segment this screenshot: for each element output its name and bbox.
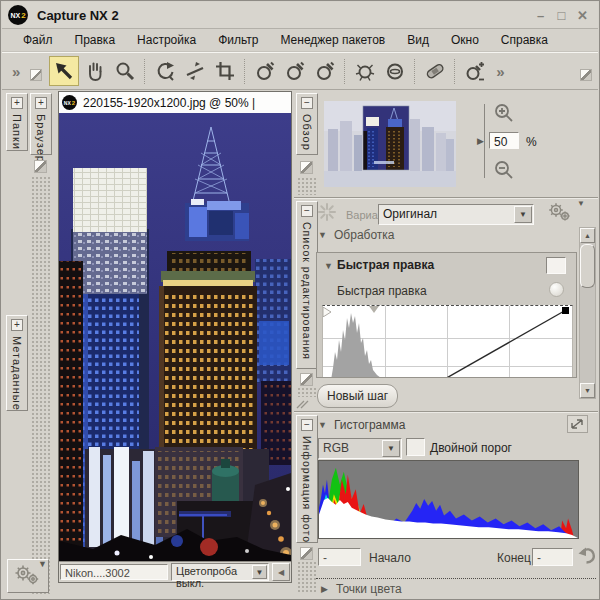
expand-plus-icon[interactable]: + [11,319,23,331]
toolbar-right-grip-icon[interactable] [580,69,592,81]
auto-retouch-brush-tool[interactable] [421,57,449,85]
menu-filter[interactable]: Фильтр [207,30,269,50]
diagonal-arrow-icon [568,416,587,432]
dock-tab-folders[interactable]: + Папки [6,93,28,151]
maximize-button[interactable]: □ [554,8,569,23]
scroll-up-button[interactable]: ▲ [580,228,595,243]
scroll-down-button[interactable]: ▼ [580,383,595,398]
title-bar[interactable]: NX2 Capture NX 2 – □ ✕ [2,2,598,29]
busy-star-icon [317,202,337,222]
collapse-minus-icon[interactable]: − [301,205,313,217]
menu-help[interactable]: Справка [490,30,559,50]
photo-info-panel-tab[interactable]: − Информация фото [296,415,318,543]
menu-batch[interactable]: Менеджер пакетов [269,30,396,50]
chevron-down-icon[interactable]: ▼ [38,560,47,569]
dock-tab-metadata[interactable]: + Метаданные [6,315,28,411]
collapse-minus-icon[interactable]: − [301,97,313,109]
menu-view[interactable]: Вид [396,30,440,50]
night-city-photo [59,113,291,562]
chevron-down-icon[interactable]: ▼ [514,206,532,223]
toolbar-overflow-left-icon[interactable]: » [6,63,26,80]
overview-thumbnail[interactable] [324,101,456,187]
view-rectangle [363,106,409,170]
edit-list-scrollbar[interactable]: ▲ ▼ [579,227,596,399]
image-title: 220155-1920x1200.jpg @ 50% | [83,96,255,110]
close-button[interactable]: ✕ [575,8,590,23]
section-collapse-icon[interactable]: ▼ [318,231,327,240]
section-expand-icon[interactable]: ▶ [321,585,328,594]
direct-select-tool[interactable] [49,56,79,86]
edit-list-panel-tab[interactable]: − Список редактирования [296,201,318,369]
menu-bar: Файл Правка Настройка Фильтр Менеджер па… [2,29,598,52]
zoom-out-button[interactable] [493,159,515,185]
zoom-slider-arrow-icon[interactable]: ▶ [477,137,484,146]
image-canvas[interactable] [59,113,291,562]
crop-tool[interactable] [211,57,239,85]
straighten-icon [184,60,206,82]
zoom-tool[interactable] [111,57,139,85]
rotate-tool[interactable] [151,57,179,85]
app-icon: NX2 [8,5,28,25]
quick-fix-radio[interactable] [549,282,564,297]
panel-splitter[interactable] [297,387,317,397]
neutral-control-point-tool[interactable] [281,57,309,85]
batch-gears-button[interactable] [544,199,574,229]
variant-dropdown[interactable]: Оригинал ▼ [378,204,534,225]
toolbar-grip-icon[interactable] [30,69,42,81]
panel-splitter[interactable] [297,561,317,593]
zoom-in-button[interactable] [493,102,515,128]
softproof-dropdown[interactable]: Цветопроба выкл. ▼ [171,563,269,581]
scroll-left-button[interactable]: ◀ [272,563,290,581]
menu-window[interactable]: Окно [440,30,490,50]
hand-tool[interactable] [81,57,109,85]
chevron-down-icon[interactable]: ▼ [252,565,267,579]
tone-curve-editor[interactable] [322,305,573,378]
double-threshold-checkbox[interactable] [406,438,425,456]
resize-handle-icon[interactable] [295,399,309,409]
splitter-grip-icon[interactable] [34,160,47,173]
splitter-grip-icon[interactable] [300,161,313,174]
curve-slider-icon[interactable] [369,306,379,313]
reset-threshold-button[interactable] [577,545,597,569]
collapse-minus-icon[interactable]: − [301,419,313,431]
settings-gears-button[interactable]: ▼ [7,559,49,593]
chevron-down-icon[interactable]: ▼ [577,199,585,208]
end-value-field[interactable]: - [532,548,573,566]
rotate-icon [154,60,176,82]
straighten-tool[interactable] [181,57,209,85]
new-step-button[interactable]: Новый шаг [317,384,398,408]
section-collapse-icon[interactable]: ▼ [318,421,327,430]
channel-dropdown[interactable]: RGB ▼ [318,438,402,459]
color-points-label: Точки цвета [336,582,402,596]
begin-value-field[interactable]: - [318,548,361,566]
color-control-point-tool[interactable] [381,57,409,85]
white-control-point-tool[interactable] [311,57,339,85]
toolbar-overflow-right-icon[interactable]: » [490,63,510,80]
menu-file[interactable]: Файл [12,30,64,50]
chevron-down-icon[interactable]: ▼ [382,440,400,457]
gears-icon [544,199,574,225]
selection-control-point-tool[interactable] [461,57,489,85]
red-eye-control-point-tool[interactable] [351,57,379,85]
minimize-button[interactable]: – [533,8,548,23]
detach-panel-button[interactable] [567,415,588,433]
dock-tab-browser[interactable]: + Браузер [30,93,52,155]
splitter-grip-icon[interactable] [300,373,313,386]
section-collapse-icon[interactable]: ▼ [324,262,333,271]
black-control-point-tool[interactable] [251,57,279,85]
curve-marker-icon[interactable] [323,307,331,317]
quick-fix-checkbox[interactable] [546,257,566,274]
splitter-grip-icon[interactable] [300,547,313,560]
curve-endpoint-handle[interactable] [562,307,569,314]
expand-plus-icon[interactable]: + [11,97,23,109]
dock-splitter[interactable] [31,176,52,594]
zoom-value-field[interactable]: 50 [489,132,519,149]
expand-plus-icon[interactable]: + [35,97,47,109]
menu-edit[interactable]: Правка [64,30,127,50]
panel-splitter[interactable] [297,177,317,195]
image-window-title-bar[interactable]: NX2 220155-1920x1200.jpg @ 50% | [59,92,291,114]
overview-panel-tab[interactable]: − Обзор [296,93,318,155]
color-profile-field[interactable]: Nikon....3002 [60,564,168,580]
scrollbar-thumb[interactable] [580,244,595,288]
menu-adjust[interactable]: Настройка [126,30,207,50]
